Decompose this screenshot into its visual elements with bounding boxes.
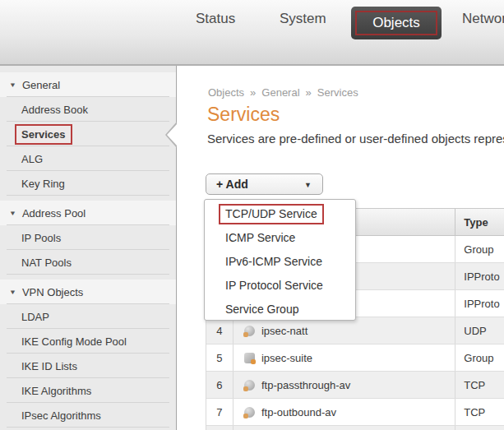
top-nav-bar: Status System Objects Network: [0, 0, 504, 66]
tab-system-label: System: [280, 11, 326, 27]
menu-item-label: TCP/UDP Service: [219, 204, 324, 224]
row-name: ipsec-natt: [261, 325, 307, 337]
sidebar-item-label: Services: [15, 124, 72, 145]
sidebar-item-label: IKE Algorithms: [21, 385, 91, 397]
row-type: Group: [455, 344, 504, 371]
sidebar-item-label: ALG: [21, 153, 43, 165]
page-title: Services: [207, 104, 280, 126]
table-row[interactable]: [206, 426, 504, 430]
sidebar-item-ike-id-lists[interactable]: IKE ID Lists: [0, 354, 176, 378]
sidebar-header-label: Address Pool: [22, 207, 86, 220]
sidebar-item-alg[interactable]: ALG: [0, 146, 176, 171]
breadcrumb-objects[interactable]: Objects: [208, 86, 244, 99]
service-icon: [244, 326, 255, 336]
sidebar-item-label: IKE ID Lists: [21, 360, 77, 372]
add-dropdown-menu: TCP/UDP Service ICMP Service IPv6-ICMP S…: [204, 199, 356, 321]
menu-item-ip-protocol-service[interactable]: IP Protocol Service: [205, 273, 355, 297]
row-type: IPProto: [455, 263, 504, 289]
tab-status[interactable]: Status: [196, 8, 235, 30]
service-icon: [244, 380, 255, 391]
sidebar-item-ike-algorithms[interactable]: IKE Algorithms: [0, 378, 176, 403]
sidebar-item-nat-pools[interactable]: NAT Pools: [0, 250, 176, 275]
sidebar-item-label: IP Pools: [21, 232, 61, 244]
breadcrumb-separator: »: [250, 86, 256, 99]
sidebar-item-label: IPsec Algorithms: [21, 409, 101, 422]
row-type: IPProto: [455, 290, 504, 317]
row-number: 5: [206, 344, 234, 371]
row-number: [206, 426, 234, 430]
row-number: 6: [206, 372, 234, 398]
menu-item-label: Service Group: [225, 303, 298, 316]
service-group-icon: [244, 353, 255, 363]
breadcrumb-services[interactable]: Services: [317, 86, 358, 99]
sidebar-header-vpn-objects[interactable]: ▼ VPN Objects: [0, 280, 176, 304]
sidebar-item-label: Key Ring: [21, 178, 65, 190]
menu-item-service-group[interactable]: Service Group: [205, 297, 355, 321]
row-name-cell: ipsec-suite: [234, 344, 455, 371]
page-description: Services are pre-defined or user-defined…: [207, 132, 504, 146]
app-window: Status System Objects Network ▼ General …: [0, 0, 504, 430]
row-name: ftp-passthrough-av: [261, 379, 350, 391]
add-button[interactable]: + Add ▼: [206, 173, 323, 195]
row-type: UDP: [455, 317, 504, 344]
sidebar-item-label: IKE Config Mode Pool: [21, 335, 127, 348]
menu-item-ipv6-icmp-service[interactable]: IPv6-ICMP Service: [205, 250, 355, 274]
sidebar-header-label: VPN Objects: [22, 286, 83, 298]
sidebar-item-ldap[interactable]: LDAP: [0, 304, 176, 329]
triangle-down-icon: ▼: [9, 210, 16, 217]
tab-network-label: Network: [462, 11, 504, 27]
row-name: ftp-outbound-av: [261, 406, 336, 418]
tab-status-label: Status: [196, 11, 235, 27]
breadcrumb: Objects»General»Services: [208, 86, 358, 99]
table-row[interactable]: 6 ftp-passthrough-av TCP: [206, 372, 504, 399]
sidebar-item-key-ring[interactable]: Key Ring: [0, 171, 176, 196]
row-name-cell: ipsec-natt: [234, 317, 455, 344]
row-type: TCP: [455, 399, 504, 425]
table-row[interactable]: 4 ipsec-natt UDP: [206, 317, 504, 344]
sidebar-header-label: General: [22, 79, 60, 91]
sidebar-item-label: NAT Pools: [21, 257, 72, 269]
row-type: Group: [455, 236, 504, 262]
left-arrow-notch-icon: [167, 123, 178, 146]
row-name-cell: ftp-passthrough-av: [234, 372, 455, 398]
tab-objects[interactable]: Objects: [351, 7, 442, 39]
row-name-cell: ftp-outbound-av: [234, 399, 455, 425]
menu-item-icmp-service[interactable]: ICMP Service: [205, 226, 355, 250]
tab-network[interactable]: Network: [462, 8, 504, 30]
sidebar-header-general[interactable]: ▼ General: [0, 72, 176, 97]
row-number: 7: [206, 399, 234, 425]
sidebar-item-address-book[interactable]: Address Book: [0, 97, 176, 122]
row-name-cell: [234, 426, 455, 430]
table-row[interactable]: 7 ftp-outbound-av TCP: [206, 399, 504, 426]
triangle-down-icon: ▼: [9, 81, 16, 89]
add-button-label: + Add: [206, 178, 248, 191]
table-header-type[interactable]: Type: [455, 209, 504, 235]
tab-system[interactable]: System: [280, 8, 326, 30]
row-type: TCP: [455, 372, 504, 398]
breadcrumb-separator: »: [306, 86, 312, 99]
breadcrumb-general[interactable]: General: [261, 86, 299, 99]
menu-item-label: IP Protocol Service: [225, 279, 323, 292]
menu-item-label: ICMP Service: [225, 231, 295, 244]
triangle-down-icon: ▼: [9, 289, 16, 296]
service-icon: [244, 407, 255, 418]
sidebar-item-services[interactable]: Services: [0, 122, 176, 146]
row-name: ipsec-suite: [261, 352, 312, 364]
menu-item-label: IPv6-ICMP Service: [225, 255, 322, 268]
table-row[interactable]: 5 ipsec-suite Group: [206, 344, 504, 372]
menu-item-tcp-udp-service[interactable]: TCP/UDP Service: [205, 202, 355, 226]
row-number: 4: [206, 317, 234, 344]
sidebar-item-ip-pools[interactable]: IP Pools: [0, 225, 176, 250]
sidebar-item-ike-config-mode-pool[interactable]: IKE Config Mode Pool: [0, 329, 176, 354]
sidebar-item-label: LDAP: [21, 311, 49, 323]
sidebar-header-address-pool[interactable]: ▼ Address Pool: [0, 201, 176, 225]
caret-down-icon: ▼: [304, 181, 312, 189]
row-type: [455, 426, 504, 430]
sidebar: ▼ General Address Book Services ALG Key …: [0, 66, 177, 430]
annotation-box-objects: [355, 11, 437, 35]
sidebar-item-ipsec-algorithms[interactable]: IPsec Algorithms: [0, 403, 176, 428]
sidebar-item-label: Address Book: [21, 104, 88, 116]
